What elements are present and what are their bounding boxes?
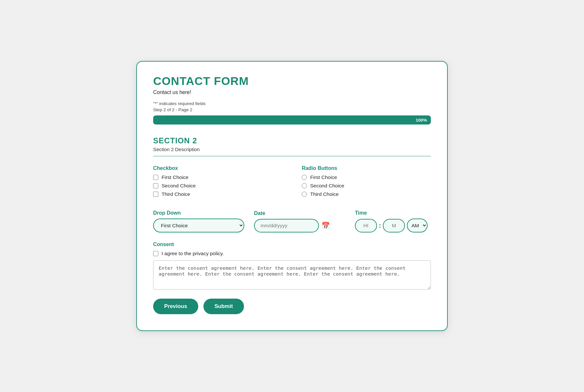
- consent-checkbox-wrap[interactable]: I agree to the privacy policy.: [153, 251, 431, 256]
- section-description: Section 2 Description: [153, 147, 431, 152]
- consent-label: Consent: [153, 242, 431, 247]
- consent-section: Consent I agree to the privacy policy. E…: [153, 242, 431, 291]
- time-hour-input[interactable]: [355, 219, 377, 232]
- checkbox-option-2[interactable]: Second Choice: [153, 183, 282, 189]
- form-title: CONTACT FORM: [153, 75, 431, 88]
- progress-bar-fill: 100%: [153, 115, 431, 125]
- progress-bar-wrap: 100%: [153, 115, 431, 125]
- section-divider: [153, 156, 431, 156]
- required-note: "*" indicates required fields: [153, 101, 431, 106]
- checkbox-option-label-1: First Choice: [162, 174, 189, 180]
- radio-option-label-2: Second Choice: [310, 183, 344, 189]
- calendar-icon[interactable]: 📅: [322, 222, 330, 230]
- radio-option-2[interactable]: Second Choice: [302, 183, 431, 189]
- checkbox-option-1[interactable]: First Choice: [153, 174, 282, 180]
- inputs-row: Drop Down First Choice Second Choice Thi…: [153, 210, 431, 232]
- section-title: SECTION 2: [153, 136, 431, 145]
- radio-group: Radio Buttons First Choice Second Choice…: [302, 165, 431, 200]
- form-actions: Previous Submit: [153, 299, 431, 314]
- checkbox-input-2[interactable]: [153, 183, 158, 188]
- consent-checkbox-label: I agree to the privacy policy.: [162, 251, 224, 256]
- checkbox-input-1[interactable]: [153, 175, 158, 180]
- consent-checkbox[interactable]: [153, 251, 158, 256]
- date-input-wrap: 📅: [254, 219, 345, 232]
- checkbox-option-label-2: Second Choice: [162, 183, 196, 189]
- form-container: CONTACT FORM Contact us here! "*" indica…: [136, 61, 448, 331]
- checkbox-input-3[interactable]: [153, 192, 158, 197]
- dropdown-select[interactable]: First Choice Second Choice Third Choice: [153, 219, 244, 232]
- dropdown-label: Drop Down: [153, 210, 244, 216]
- radio-option-3[interactable]: Third Choice: [302, 191, 431, 197]
- date-label: Date: [254, 210, 345, 216]
- radio-input-2[interactable]: [302, 183, 307, 188]
- submit-button[interactable]: Submit: [203, 299, 244, 314]
- date-input[interactable]: [254, 219, 319, 232]
- radio-label: Radio Buttons: [302, 165, 431, 171]
- radio-input-1[interactable]: [302, 175, 307, 180]
- previous-button[interactable]: Previous: [153, 299, 198, 314]
- radio-option-1[interactable]: First Choice: [302, 174, 431, 180]
- fields-row: Checkbox First Choice Second Choice Thir…: [153, 165, 431, 200]
- checkbox-option-label-3: Third Choice: [162, 191, 190, 197]
- time-group: Time : AM PM: [355, 210, 431, 232]
- radio-option-label-1: First Choice: [310, 174, 337, 180]
- time-wrap: : AM PM: [355, 219, 431, 232]
- checkbox-group: Checkbox First Choice Second Choice Thir…: [153, 165, 282, 200]
- checkbox-option-3[interactable]: Third Choice: [153, 191, 282, 197]
- time-label: Time: [355, 210, 431, 216]
- step-note: Step 2 of 2 - Page 2: [153, 107, 431, 112]
- dropdown-group: Drop Down First Choice Second Choice Thi…: [153, 210, 244, 232]
- radio-option-label-3: Third Choice: [310, 191, 339, 197]
- time-colon: :: [379, 222, 381, 229]
- consent-textarea: Enter the consent agreement here. Enter …: [153, 260, 431, 290]
- checkbox-label: Checkbox: [153, 165, 282, 171]
- ampm-select[interactable]: AM PM: [407, 219, 428, 232]
- form-subtitle: Contact us here!: [153, 89, 431, 95]
- time-minute-input[interactable]: [383, 219, 405, 232]
- progress-label: 100%: [416, 118, 427, 123]
- date-group: Date 📅: [254, 210, 345, 232]
- radio-input-3[interactable]: [302, 192, 307, 197]
